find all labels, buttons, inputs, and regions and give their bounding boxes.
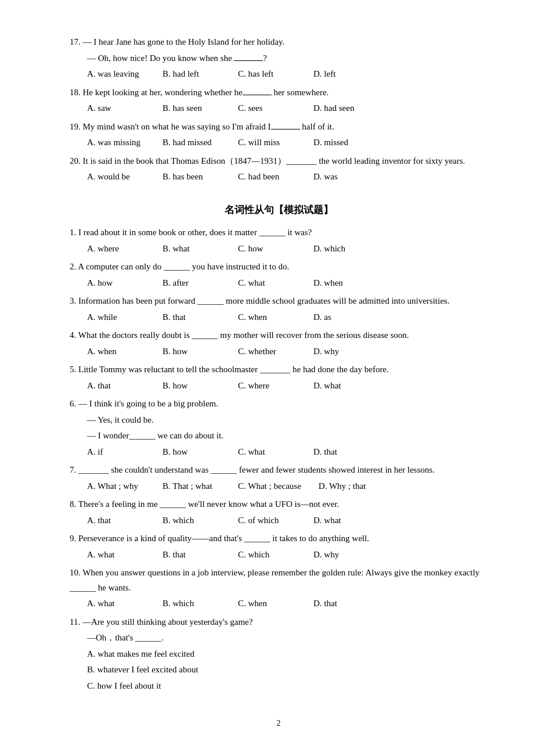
qn7-text: 7. _______ she couldn't understand was _… xyxy=(70,463,488,478)
qn9-optA: A. what xyxy=(87,548,145,563)
question-n4: 4. What the doctors really doubt is ____… xyxy=(70,328,488,359)
qn11-optC: C. how I feel about it xyxy=(87,679,488,694)
q20-optD: D. was xyxy=(313,170,371,185)
qn4-optD: D. why xyxy=(313,344,371,359)
qn8-optB: B. which xyxy=(163,513,221,528)
qn11-optA: A. what makes me feel excited xyxy=(87,647,488,662)
qn7-optB: B. That ; what xyxy=(163,479,221,494)
qn10-options: A. what B. which C. when D. that xyxy=(87,596,488,611)
q19-optC: C. will miss xyxy=(238,135,296,150)
qn3-optC: C. when xyxy=(238,310,296,325)
question-19: 19. My mind wasn't on what he was saying… xyxy=(70,120,488,150)
q19-optA: A. was missing xyxy=(87,135,145,150)
question-17: 17. — I hear Jane has gone to the Holy I… xyxy=(70,35,488,82)
qn11-optB: B. whatever I feel excited about xyxy=(87,663,488,678)
qn10-optC: C. when xyxy=(238,596,296,611)
qn1-optD: D. which xyxy=(313,242,371,257)
qn10-optD: D. that xyxy=(313,596,371,611)
question-n3: 3. Information has been put forward ____… xyxy=(70,294,488,325)
qn6-text3: — I wonder______ we can do about it. xyxy=(87,429,488,444)
qn8-text: 8. There's a feeling in me ______ we'll … xyxy=(70,497,488,512)
question-n11: 11. —Are you still thinking about yester… xyxy=(70,615,488,694)
qn2-options: A. how B. after C. what D. when xyxy=(87,276,488,291)
q19-optB: B. had missed xyxy=(163,135,221,150)
q20-optA: A. would be xyxy=(87,170,145,185)
qn4-options: A. when B. how C. whether D. why xyxy=(87,344,488,359)
question-18: 18. He kept looking at her, wondering wh… xyxy=(70,85,488,116)
q20-optB: B. has been xyxy=(163,170,221,185)
q19-blank xyxy=(271,129,300,129)
question-n1: 1. I read about it in some book or other… xyxy=(70,225,488,256)
q18-optB: B. has seen xyxy=(163,101,221,116)
qn7-optD: D. Why ; that xyxy=(319,479,377,494)
q18-optD: D. had seen xyxy=(313,101,371,116)
question-n5: 5. Little Tommy was reluctant to tell th… xyxy=(70,362,488,393)
qn10-text: 10. When you answer questions in a job i… xyxy=(70,566,488,595)
qn3-optA: A. while xyxy=(87,310,145,325)
q19-optD: D. missed xyxy=(313,135,371,150)
question-20: 20. It is said in the book that Thomas E… xyxy=(70,154,488,185)
qn5-optB: B. how xyxy=(163,379,221,394)
page-content: 17. — I hear Jane has gone to the Holy I… xyxy=(70,35,488,730)
qn8-optA: A. that xyxy=(87,513,145,528)
question-n8: 8. There's a feeling in me ______ we'll … xyxy=(70,497,488,528)
qn11-text1: 11. —Are you still thinking about yester… xyxy=(70,615,488,630)
q17-optB: B. had left xyxy=(163,67,221,82)
qn4-optA: A. when xyxy=(87,344,145,359)
qn3-options: A. while B. that C. when D. as xyxy=(87,310,488,325)
qn6-optB: B. how xyxy=(163,445,221,460)
qn8-optD: D. what xyxy=(313,513,371,528)
qn6-optC: C. what xyxy=(238,445,296,460)
qn4-optB: B. how xyxy=(163,344,221,359)
qn1-options: A. where B. what C. how D. which xyxy=(87,242,488,257)
page-number: 2 xyxy=(70,717,488,730)
question-n9: 9. Perseverance is a kind of quality——an… xyxy=(70,531,488,562)
qn9-options: A. what B. that C. which D. why xyxy=(87,548,488,563)
qn9-text: 9. Perseverance is a kind of quality——an… xyxy=(70,531,488,546)
q20-text: 20. It is said in the book that Thomas E… xyxy=(70,154,488,169)
q20-optC: C. had been xyxy=(238,170,296,185)
qn6-text2: — Yes, it could be. xyxy=(87,413,488,428)
qn3-text: 3. Information has been put forward ____… xyxy=(70,294,488,309)
q17-blank xyxy=(234,60,263,61)
qn2-optB: B. after xyxy=(163,276,221,291)
qn3-optB: B. that xyxy=(163,310,221,325)
q19-text: 19. My mind wasn't on what he was saying… xyxy=(70,120,488,135)
q18-text: 18. He kept looking at her, wondering wh… xyxy=(70,85,488,100)
question-n2: 2. A computer can only do ______ you hav… xyxy=(70,260,488,290)
qn9-optD: D. why xyxy=(313,548,371,563)
q17-options: A. was leaving B. had left C. has left D… xyxy=(87,67,488,82)
qn2-optC: C. what xyxy=(238,276,296,291)
q19-options: A. was missing B. had missed C. will mis… xyxy=(87,135,488,150)
question-n7: 7. _______ she couldn't understand was _… xyxy=(70,463,488,494)
q17-optD: D. left xyxy=(313,67,371,82)
qn1-text: 1. I read about it in some book or other… xyxy=(70,225,488,240)
qn2-optD: D. when xyxy=(313,276,371,291)
q17-optA: A. was leaving xyxy=(87,67,145,82)
qn6-optD: D. that xyxy=(313,445,371,460)
qn6-options: A. if B. how C. what D. that xyxy=(87,445,488,460)
section-title: 名词性从句【模拟试题】 xyxy=(70,202,488,219)
q17-text: 17. — I hear Jane has gone to the Holy I… xyxy=(70,35,488,50)
qn2-text: 2. A computer can only do ______ you hav… xyxy=(70,260,488,275)
qn9-optC: C. which xyxy=(238,548,296,563)
question-n6: 6. — I think it's going to be a big prob… xyxy=(70,397,488,459)
q18-optA: A. saw xyxy=(87,101,145,116)
q18-options: A. saw B. has seen C. sees D. had seen xyxy=(87,101,488,116)
qn8-options: A. that B. which C. of which D. what xyxy=(87,513,488,528)
qn11-text2: —Oh，that's ______. xyxy=(87,631,488,646)
qn7-options: A. What ; why B. That ; what C. What ; b… xyxy=(87,479,488,494)
qn7-optA: A. What ; why xyxy=(87,479,145,494)
qn4-optC: C. whether xyxy=(238,344,296,359)
qn3-optD: D. as xyxy=(313,310,371,325)
qn10-optB: B. which xyxy=(163,596,221,611)
qn5-optC: C. where xyxy=(238,379,296,394)
qn2-optA: A. how xyxy=(87,276,145,291)
q17-optC: C. has left xyxy=(238,67,296,82)
qn1-optC: C. how xyxy=(238,242,296,257)
question-n10: 10. When you answer questions in a job i… xyxy=(70,566,488,611)
qn5-text: 5. Little Tommy was reluctant to tell th… xyxy=(70,362,488,377)
qn7-optC: C. What ; because xyxy=(238,479,301,494)
qn8-optC: C. of which xyxy=(238,513,296,528)
qn5-optA: A. that xyxy=(87,379,145,394)
